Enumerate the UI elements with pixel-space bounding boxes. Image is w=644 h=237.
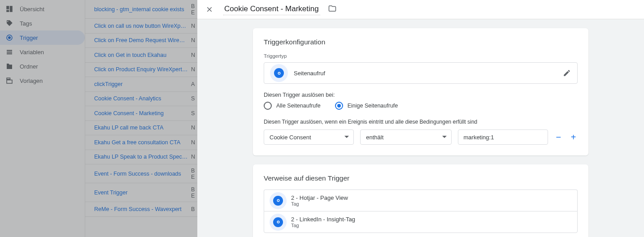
config-card: Triggerkonfiguration Triggertyp Seitenau… [253,28,588,155]
config-heading: Triggerkonfiguration [264,38,578,46]
select-value: Cookie Consent [270,134,311,141]
close-button[interactable] [204,4,215,15]
type-label: Triggertyp [264,53,578,59]
fire-on-label: Diesen Trigger auslösen bei: [264,92,578,98]
references-heading: Verweise auf diesen Trigger [264,174,578,182]
radio-icon [264,102,272,110]
edit-icon[interactable] [563,69,571,77]
radio-all-pageviews[interactable]: Alle Seitenaufrufe [264,102,321,110]
close-icon [205,5,213,13]
trigger-type-box[interactable]: Seitenaufruf [264,62,578,84]
chevron-down-icon [442,135,447,139]
reference-type: Tag [291,201,348,207]
pageview-icon [274,68,284,78]
panel-header [197,0,644,19]
radio-icon [335,102,343,110]
tag-icon [273,196,283,206]
remove-condition-button[interactable]: − [554,133,563,142]
radio-label: Einige Seitenaufrufe [348,103,398,109]
svg-point-3 [277,199,279,202]
svg-point-2 [278,72,280,74]
reference-item[interactable]: 2 - LinkedIn - Insight-TagTag [264,211,578,233]
svg-point-4 [277,221,279,223]
radio-some-pageviews[interactable]: Einige Seitenaufrufe [335,102,398,110]
chevron-down-icon [344,135,349,139]
tag-icon [273,217,283,227]
condition-operator-select[interactable]: enthält [360,129,451,145]
select-value: enthält [366,134,383,141]
radio-label: Alle Seitenaufrufe [276,103,321,109]
reference-name: 2 - Hotjar - Page View [291,194,348,201]
condition-value-input[interactable] [458,129,548,145]
add-condition-button[interactable]: + [569,133,578,142]
references-card: Verweise auf diesen Trigger 2 - Hotjar -… [253,164,588,237]
trigger-name-input[interactable] [223,4,320,15]
reference-item[interactable]: 2 - Hotjar - Page ViewTag [264,190,578,211]
folder-icon[interactable] [328,4,336,14]
trigger-panel: Triggerkonfiguration Triggertyp Seitenau… [197,0,644,237]
trigger-type-name: Seitenaufruf [294,70,325,77]
condition-label: Diesen Trigger auslösen, wenn ein Ereign… [264,119,578,125]
reference-name: 2 - LinkedIn - Insight-Tag [291,216,355,223]
condition-variable-select[interactable]: Cookie Consent [264,129,354,145]
reference-type: Tag [291,223,355,228]
